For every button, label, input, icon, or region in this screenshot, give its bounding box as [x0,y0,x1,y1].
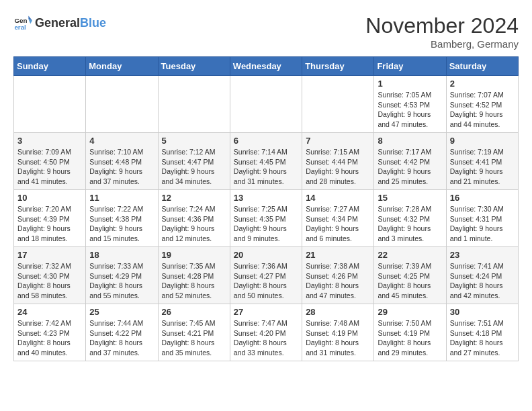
calendar-cell: 15Sunrise: 7:28 AM Sunset: 4:32 PM Dayli… [374,190,446,247]
calendar-cell: 12Sunrise: 7:24 AM Sunset: 4:36 PM Dayli… [158,190,230,247]
day-info: Sunrise: 7:32 AM Sunset: 4:30 PM Dayligh… [17,261,82,301]
day-info: Sunrise: 7:25 AM Sunset: 4:35 PM Dayligh… [234,204,298,244]
day-info: Sunrise: 7:28 AM Sunset: 4:32 PM Dayligh… [378,204,442,244]
calendar-cell: 2Sunrise: 7:07 AM Sunset: 4:52 PM Daylig… [446,76,518,133]
day-info: Sunrise: 7:15 AM Sunset: 4:44 PM Dayligh… [306,147,370,187]
weekday-header-tuesday: Tuesday [158,57,230,76]
day-number: 9 [450,136,515,146]
calendar-cell: 10Sunrise: 7:20 AM Sunset: 4:39 PM Dayli… [14,190,86,247]
day-number: 21 [306,250,370,260]
calendar-cell: 7Sunrise: 7:15 AM Sunset: 4:44 PM Daylig… [302,133,374,190]
calendar-cell: 4Sunrise: 7:10 AM Sunset: 4:48 PM Daylig… [86,133,158,190]
day-number: 27 [234,307,298,317]
day-info: Sunrise: 7:33 AM Sunset: 4:29 PM Dayligh… [89,261,154,301]
page-header: Gen eral GeneralBlue November 2024 Bambe… [13,13,519,50]
calendar-cell [158,76,230,133]
calendar-cell: 17Sunrise: 7:32 AM Sunset: 4:30 PM Dayli… [14,247,86,304]
day-number: 17 [17,250,82,260]
day-number: 7 [306,136,370,146]
day-info: Sunrise: 7:10 AM Sunset: 4:48 PM Dayligh… [89,147,154,187]
calendar-week-row: 17Sunrise: 7:32 AM Sunset: 4:30 PM Dayli… [14,247,519,304]
calendar-cell: 14Sunrise: 7:27 AM Sunset: 4:34 PM Dayli… [302,190,374,247]
day-number: 10 [17,193,82,203]
day-number: 8 [378,136,442,146]
calendar-cell [230,76,302,133]
calendar-cell: 21Sunrise: 7:38 AM Sunset: 4:26 PM Dayli… [302,247,374,304]
day-info: Sunrise: 7:41 AM Sunset: 4:24 PM Dayligh… [450,261,515,301]
calendar-week-row: 1Sunrise: 7:05 AM Sunset: 4:53 PM Daylig… [14,76,519,133]
day-info: Sunrise: 7:24 AM Sunset: 4:36 PM Dayligh… [162,204,226,244]
calendar-cell: 29Sunrise: 7:50 AM Sunset: 4:19 PM Dayli… [374,304,446,361]
day-info: Sunrise: 7:12 AM Sunset: 4:47 PM Dayligh… [162,147,226,187]
day-info: Sunrise: 7:20 AM Sunset: 4:39 PM Dayligh… [17,204,82,244]
day-number: 29 [378,307,442,317]
calendar-cell: 26Sunrise: 7:45 AM Sunset: 4:21 PM Dayli… [158,304,230,361]
day-number: 30 [450,307,515,317]
day-number: 24 [17,307,82,317]
day-number: 14 [306,193,370,203]
svg-text:eral: eral [14,24,26,31]
weekday-header-saturday: Saturday [446,57,518,76]
calendar-cell: 27Sunrise: 7:47 AM Sunset: 4:20 PM Dayli… [230,304,302,361]
weekday-header-monday: Monday [86,57,158,76]
day-info: Sunrise: 7:19 AM Sunset: 4:41 PM Dayligh… [450,147,515,187]
day-info: Sunrise: 7:51 AM Sunset: 4:18 PM Dayligh… [450,318,515,358]
weekday-header-row: SundayMondayTuesdayWednesdayThursdayFrid… [14,57,519,76]
day-info: Sunrise: 7:35 AM Sunset: 4:28 PM Dayligh… [162,261,226,301]
calendar-week-row: 24Sunrise: 7:42 AM Sunset: 4:23 PM Dayli… [14,304,519,361]
calendar-cell: 3Sunrise: 7:09 AM Sunset: 4:50 PM Daylig… [14,133,86,190]
weekday-header-wednesday: Wednesday [230,57,302,76]
weekday-header-thursday: Thursday [302,57,374,76]
day-info: Sunrise: 7:39 AM Sunset: 4:25 PM Dayligh… [378,261,442,301]
calendar-cell: 16Sunrise: 7:30 AM Sunset: 4:31 PM Dayli… [446,190,518,247]
calendar-cell: 6Sunrise: 7:14 AM Sunset: 4:45 PM Daylig… [230,133,302,190]
day-info: Sunrise: 7:09 AM Sunset: 4:50 PM Dayligh… [17,147,82,187]
day-number: 19 [162,250,226,260]
calendar-cell: 8Sunrise: 7:17 AM Sunset: 4:42 PM Daylig… [374,133,446,190]
calendar-week-row: 3Sunrise: 7:09 AM Sunset: 4:50 PM Daylig… [14,133,519,190]
calendar-cell: 1Sunrise: 7:05 AM Sunset: 4:53 PM Daylig… [374,76,446,133]
day-info: Sunrise: 7:42 AM Sunset: 4:23 PM Dayligh… [17,318,82,358]
day-info: Sunrise: 7:47 AM Sunset: 4:20 PM Dayligh… [234,318,298,358]
calendar-cell [302,76,374,133]
logo: Gen eral GeneralBlue [13,13,106,32]
calendar-cell: 5Sunrise: 7:12 AM Sunset: 4:47 PM Daylig… [158,133,230,190]
day-number: 6 [234,136,298,146]
day-number: 13 [234,193,298,203]
day-info: Sunrise: 7:07 AM Sunset: 4:52 PM Dayligh… [450,90,515,130]
calendar-cell: 30Sunrise: 7:51 AM Sunset: 4:18 PM Dayli… [446,304,518,361]
day-number: 26 [162,307,226,317]
day-number: 3 [17,136,82,146]
day-number: 28 [306,307,370,317]
day-info: Sunrise: 7:38 AM Sunset: 4:26 PM Dayligh… [306,261,370,301]
calendar-cell: 11Sunrise: 7:22 AM Sunset: 4:38 PM Dayli… [86,190,158,247]
weekday-header-friday: Friday [374,57,446,76]
calendar-cell: 20Sunrise: 7:36 AM Sunset: 4:27 PM Dayli… [230,247,302,304]
day-number: 5 [162,136,226,146]
logo-icon: Gen eral [13,13,32,32]
day-number: 18 [89,250,154,260]
calendar-cell: 24Sunrise: 7:42 AM Sunset: 4:23 PM Dayli… [14,304,86,361]
day-info: Sunrise: 7:50 AM Sunset: 4:19 PM Dayligh… [378,318,442,358]
calendar-week-row: 10Sunrise: 7:20 AM Sunset: 4:39 PM Dayli… [14,190,519,247]
calendar-cell: 13Sunrise: 7:25 AM Sunset: 4:35 PM Dayli… [230,190,302,247]
day-number: 12 [162,193,226,203]
day-info: Sunrise: 7:05 AM Sunset: 4:53 PM Dayligh… [378,90,442,130]
title-block: November 2024 Bamberg, Germany [365,13,519,50]
day-info: Sunrise: 7:48 AM Sunset: 4:19 PM Dayligh… [306,318,370,358]
day-number: 16 [450,193,515,203]
calendar-cell: 19Sunrise: 7:35 AM Sunset: 4:28 PM Dayli… [158,247,230,304]
weekday-header-sunday: Sunday [14,57,86,76]
day-number: 20 [234,250,298,260]
day-number: 15 [378,193,442,203]
day-info: Sunrise: 7:27 AM Sunset: 4:34 PM Dayligh… [306,204,370,244]
day-info: Sunrise: 7:17 AM Sunset: 4:42 PM Dayligh… [378,147,442,187]
calendar-cell [14,76,86,133]
day-number: 23 [450,250,515,260]
day-info: Sunrise: 7:14 AM Sunset: 4:45 PM Dayligh… [234,147,298,187]
month-title: November 2024 [365,13,519,38]
logo-general-text: General [35,16,80,30]
calendar-cell [86,76,158,133]
calendar-table: SundayMondayTuesdayWednesdayThursdayFrid… [13,56,519,361]
calendar-cell: 22Sunrise: 7:39 AM Sunset: 4:25 PM Dayli… [374,247,446,304]
